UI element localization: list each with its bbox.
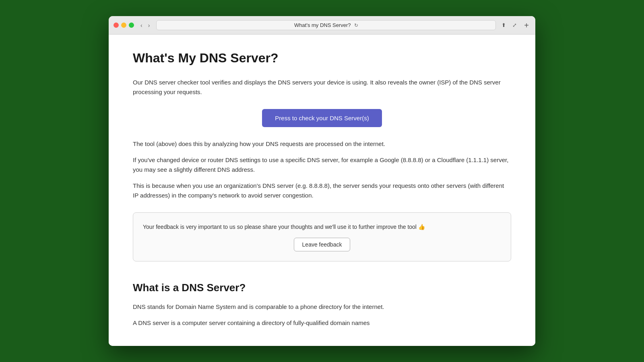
refresh-icon[interactable]: ↻ (354, 23, 358, 28)
close-button[interactable] (114, 23, 119, 28)
feedback-text: Your feedback is very important to us so… (143, 222, 501, 231)
nav-buttons: ‹ › (138, 21, 152, 29)
explanation-1: The tool (above) does this by analyzing … (133, 139, 511, 149)
browser-window: ‹ › What's my DNS Server? ↻ ⬆ ⤢ + What's… (109, 16, 535, 346)
share-button[interactable]: ⬆ (500, 21, 508, 29)
section2-p2: A DNS server is a computer server contai… (133, 318, 511, 328)
minimize-button[interactable] (121, 23, 126, 28)
address-bar[interactable]: What's my DNS Server? ↻ (156, 20, 496, 30)
back-button[interactable]: ‹ (138, 21, 145, 29)
maximize-button[interactable] (129, 23, 134, 28)
intro-paragraph: Our DNS server checker tool verifies and… (133, 78, 511, 97)
section2-p1: DNS stands for Domain Name System and is… (133, 302, 511, 312)
new-tab-button[interactable]: + (522, 21, 530, 29)
check-dns-button[interactable]: Press to check your DNS Server(s) (262, 109, 382, 127)
browser-actions: ⬆ ⤢ (500, 21, 518, 29)
forward-button[interactable]: › (146, 21, 153, 29)
page-content: What's My DNS Server? Our DNS server che… (109, 35, 535, 346)
feedback-box: Your feedback is very important to us so… (133, 212, 511, 261)
traffic-lights (114, 23, 134, 28)
browser-chrome: ‹ › What's my DNS Server? ↻ ⬆ ⤢ + (109, 16, 535, 35)
fullscreen-button[interactable]: ⤢ (511, 21, 518, 29)
explanation-2: If you've changed device or router DNS s… (133, 155, 511, 175)
explanation-3: This is because when you use an organiza… (133, 181, 511, 200)
section2-title: What is a DNS Server? (133, 282, 511, 294)
page-title: What's My DNS Server? (133, 51, 511, 66)
address-bar-text: What's my DNS Server? (294, 22, 351, 28)
leave-feedback-button[interactable]: Leave feedback (294, 238, 351, 251)
